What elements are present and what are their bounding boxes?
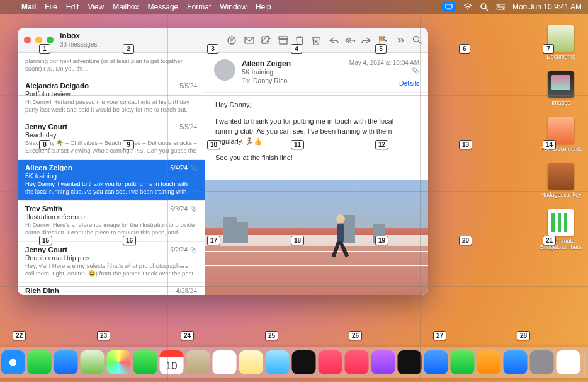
message-row[interactable]: Rich Dinh4/28/24Trip to Zion National Pa… [18, 283, 205, 295]
grid-number-2[interactable]: 2 [123, 44, 134, 54]
dock-app-reminders[interactable] [213, 350, 237, 374]
dock-app-podcasts[interactable] [371, 350, 395, 374]
dock-app-calendar[interactable]: 10 [160, 350, 184, 374]
menu-format[interactable]: Format [187, 3, 211, 11]
message-row[interactable]: Alejandra Delgado5/5/24Portfolio reviewH… [18, 78, 205, 119]
desktop-item[interactable]: Documents [539, 25, 583, 60]
grid-number-1[interactable]: 1 [39, 44, 50, 54]
menu-help[interactable]: Help [256, 3, 271, 11]
dock-app-messages[interactable] [28, 350, 52, 374]
dock-app-settings[interactable] [530, 350, 554, 374]
grid-number-18[interactable]: 18 [291, 236, 304, 245]
grid-number-24[interactable]: 24 [181, 331, 194, 340]
message-list[interactable]: planning our next adventure (or at least… [18, 53, 205, 295]
preview-attachment-image[interactable] [205, 180, 428, 295]
grid-number-9[interactable]: 9 [123, 140, 134, 149]
grid-number-17[interactable]: 17 [207, 236, 220, 245]
grid-number-20[interactable]: 20 [459, 236, 472, 245]
message-from: Trev Smith [25, 205, 62, 212]
grid-number-28[interactable]: 28 [517, 331, 530, 340]
desktop-item[interactable]: Madagascar.key [539, 163, 583, 198]
desktop-item[interactable]: Images [539, 71, 583, 106]
reply-all-icon[interactable] [345, 35, 355, 45]
grid-number-25[interactable]: 25 [265, 331, 278, 340]
grid-number-5[interactable]: 5 [375, 44, 387, 54]
message-row[interactable]: planning our next adventure (or at least… [18, 53, 205, 78]
menu-edit[interactable]: Edit [66, 3, 79, 11]
grid-number-11[interactable]: 11 [291, 140, 304, 149]
search-icon[interactable] [412, 35, 422, 45]
dock-app-notes[interactable] [239, 350, 263, 374]
screen-mirroring-icon[interactable] [442, 2, 456, 12]
menubar-app-name[interactable]: Mail [21, 3, 36, 11]
grid-number-12[interactable]: 12 [375, 140, 388, 149]
dock-app-tv[interactable] [292, 350, 316, 374]
reply-icon[interactable] [329, 35, 339, 45]
dock-app-contacts[interactable] [186, 350, 210, 374]
window-close-button[interactable] [24, 37, 31, 43]
menu-window[interactable]: Window [220, 3, 247, 11]
spotlight-icon[interactable] [480, 3, 489, 11]
dock-app-mail[interactable] [54, 350, 78, 374]
menu-file[interactable]: File [45, 3, 57, 11]
grid-number-15[interactable]: 15 [39, 236, 52, 245]
preview-to-label: To: [242, 77, 251, 84]
grid-number-22[interactable]: 22 [13, 331, 26, 340]
junk-icon[interactable] [311, 35, 321, 45]
message-preview-text: Hey Danny, I wanted to thank you for put… [25, 180, 197, 195]
grid-number-27[interactable]: 27 [433, 331, 446, 340]
window-traffic-lights [24, 37, 54, 43]
dock-app-iphone-mirroring[interactable] [557, 350, 580, 374]
grid-number-8[interactable]: 8 [39, 140, 50, 149]
dock-app-news[interactable] [345, 350, 369, 374]
grid-number-21[interactable]: 21 [543, 236, 556, 245]
grid-number-19[interactable]: 19 [375, 236, 388, 245]
grid-number-23[interactable]: 23 [97, 331, 110, 340]
sender-avatar[interactable] [214, 59, 235, 81]
dock-app-keynote[interactable] [424, 350, 448, 374]
grid-number-10[interactable]: 10 [207, 140, 220, 149]
preview-details-link[interactable]: Details [349, 79, 419, 87]
preview-timestamp: May 4, 2024 at 10:04 AM [349, 59, 419, 66]
dock-app-maps[interactable] [81, 350, 105, 374]
message-preview-text: planning our next adventure (or at least… [25, 57, 197, 72]
svg-point-8 [503, 8, 504, 9]
forward-icon[interactable] [361, 35, 371, 45]
dock-app-pages[interactable] [477, 350, 501, 374]
grid-number-16[interactable]: 16 [123, 236, 136, 245]
grid-number-13[interactable]: 13 [459, 140, 472, 149]
dock-app-appstore[interactable] [504, 350, 528, 374]
control-center-icon[interactable] [496, 3, 505, 11]
grid-number-26[interactable]: 26 [349, 331, 362, 340]
folder-icon [548, 163, 574, 190]
wifi-icon[interactable] [463, 3, 472, 11]
menu-mailbox[interactable]: Mailbox [113, 3, 139, 11]
grid-number-14[interactable]: 14 [543, 140, 556, 149]
message-subject: Illustration reference [25, 213, 197, 221]
grid-number-4[interactable]: 4 [291, 44, 302, 54]
archive-icon[interactable] [278, 35, 288, 45]
window-minimize-button[interactable] [35, 37, 42, 43]
dock-app-stocks[interactable] [398, 350, 422, 374]
dock-app-numbers[interactable] [451, 350, 475, 374]
dock-app-facetime[interactable] [133, 350, 157, 374]
dock-app-safari[interactable] [1, 350, 25, 374]
new-message-icon[interactable] [244, 35, 254, 45]
menu-message[interactable]: Message [148, 3, 179, 11]
grid-number-6[interactable]: 6 [459, 44, 470, 54]
filter-icon[interactable] [227, 35, 237, 45]
toolbar-overflow-icon[interactable] [395, 35, 405, 45]
message-row[interactable]: Jenny Court5/2/24📎Reunion road trip pics… [18, 242, 205, 283]
menu-view[interactable]: View [88, 3, 104, 11]
window-zoom-button[interactable] [47, 37, 54, 43]
grid-number-3[interactable]: 3 [207, 44, 218, 54]
dock-app-freeform[interactable] [266, 350, 290, 374]
message-row[interactable]: Aileen Zeigen5/4/24📎5K trainingHey Danny… [18, 160, 205, 201]
menubar-clock[interactable]: Mon Jun 10 9:41 AM [512, 3, 582, 11]
apple-menu-icon[interactable] [6, 3, 15, 11]
dock-app-photos[interactable] [107, 350, 131, 374]
compose-icon[interactable] [261, 35, 271, 45]
grid-number-7[interactable]: 7 [543, 44, 554, 54]
mailbox-title: Inbox [60, 32, 97, 40]
dock-app-music[interactable] [319, 350, 342, 374]
